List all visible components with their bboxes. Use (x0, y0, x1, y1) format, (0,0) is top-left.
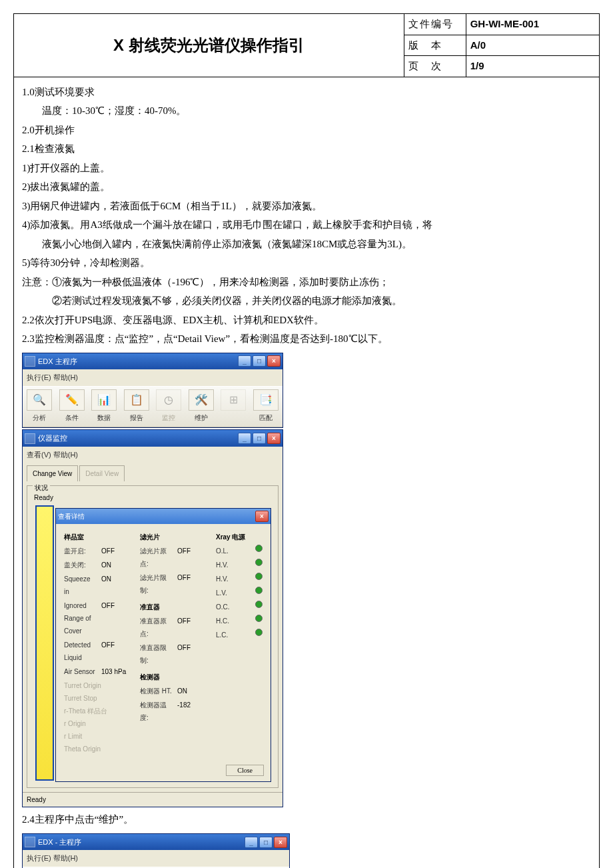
titlebar[interactable]: 仪器监控 _□× (23, 430, 283, 447)
led-icon (255, 615, 263, 622)
step-1: 1)打开仪器的上盖。 (22, 159, 591, 178)
maximize-button[interactable]: □ (253, 355, 266, 367)
close-button[interactable]: × (274, 837, 287, 848)
doc-body: 1.0测试环境要求 温度：10-30℃；湿度：40-70%。 2.0开机操作 2… (13, 77, 600, 869)
app-icon (25, 356, 35, 367)
monitor-panel: 状况 Ready 查看详情 × 样品室 盖开启:OFF 盖关闭:ON Squee… (23, 481, 283, 792)
tb-maintain[interactable]: 🛠️维护 (187, 389, 216, 424)
ready-label: Ready (34, 491, 271, 504)
tb-blank[interactable]: ⊞ (219, 389, 248, 424)
titlebar[interactable]: EDX 主程序 _□× (23, 353, 283, 370)
close-button[interactable]: Close (226, 765, 264, 776)
step-2: 2)拔出液氮罐的盖。 (22, 177, 591, 197)
led-icon (255, 601, 263, 608)
led-icon (255, 559, 263, 566)
led-icon (255, 573, 263, 580)
meta-docno-k: 文件编号 (404, 14, 466, 35)
window-monitor: 仪器监控 _□× 查看(V) 帮助(H) Change ViewDetail V… (22, 429, 283, 807)
maximize-button[interactable]: □ (253, 433, 266, 444)
step-5: 5)等待30分钟，冷却检测器。 (22, 253, 591, 273)
tab-strip: Change ViewDetail View (23, 463, 283, 481)
led-icon (255, 545, 263, 552)
meta-page-k: 页 次 (404, 56, 466, 77)
step-3: 3)用钢尺伸进罐内，若液面低于6CM（相当于1L），就要添加液氮。 (22, 197, 591, 216)
step-4b: 液氮小心地倒入罐内，在液氮快满前停止添加液氮（液氮罐深18CM或总容量为3L)。 (22, 235, 591, 254)
minimize-button[interactable]: _ (238, 433, 251, 444)
led-icon (255, 629, 263, 636)
meta-docno-v: GH-WI-ME-001 (466, 14, 599, 35)
dialog-titlebar[interactable]: 查看详情 × (56, 509, 271, 524)
section-1-text: 温度：10-30℃；湿度：40-70%。 (22, 101, 591, 121)
minimize-button[interactable]: _ (245, 837, 258, 848)
section-1: 1.0测试环境要求 (22, 83, 591, 102)
col-filter: 滤光片 滤光片原点:OFF 滤光片限制:OFF 准直器 准直器原点:OFF 准直… (140, 531, 204, 755)
window-title: EDX 主程序 (38, 355, 238, 369)
step-4a: 4)添加液氮。用A3纸做成一个漏斗放在罐口，或用毛巾围在罐口，戴上橡胶手套和护目… (22, 215, 591, 235)
tab-detail-view[interactable]: Detail View (79, 465, 125, 481)
app-icon (25, 837, 35, 847)
tb-monitor[interactable]: ◷监控 (155, 389, 183, 424)
group-title: 状况 (33, 481, 50, 494)
col-sample: 样品室 盖开启:OFF 盖关闭:ON Squeeze inON Ignored … (64, 531, 128, 755)
note-1: 注意：①液氮为一种极低温液体（-196℃），用来冷却检测器，添加时要防止冻伤； (22, 273, 591, 292)
tb-match[interactable]: 📑匹配 (252, 389, 281, 424)
meta-ver-v: A/0 (466, 35, 599, 56)
tb-report[interactable]: 📋报告 (123, 389, 151, 424)
app-icon (25, 433, 35, 444)
doc-title: X 射线荧光光谱仪操作指引 (14, 14, 404, 77)
window-edx-main: EDX 主程序 _□× 执行(E) 帮助(H) 🔍分析 ✏️条件 📊数据 📋报告… (22, 353, 283, 429)
close-button[interactable]: × (267, 355, 281, 367)
col-h: 样品室 (64, 531, 128, 543)
menu-bar[interactable]: 查看(V) 帮助(H) (23, 447, 283, 463)
toolbar: 🔍分析 ✏️条件 📊数据 📋报告 ◷监控 🛠️维护 ⊞ 📑匹配 (23, 386, 283, 427)
tab-change-view[interactable]: Change View (27, 465, 78, 481)
doc-meta: 文件编号GH-WI-ME-001 版 本A/0 页 次1/9 (404, 14, 599, 77)
note-2: ②若测试过程发现液氮不够，必须关闭仪器，并关闭仪器的电源才能添加液氮。 (22, 291, 591, 311)
sample-graphic (35, 505, 54, 781)
section-2-4: 2.4主程序中点击“维护”。 (22, 810, 591, 829)
section-2-2: 2.2依次打开UPS电源、变压器电源、EDX主机、计算机和EDX软件。 (22, 311, 591, 330)
minimize-button[interactable]: _ (238, 355, 251, 367)
tb-analyze[interactable]: 🔍分析 (25, 389, 54, 424)
section-2-1: 2.1检查液氮 (22, 139, 591, 159)
dialog-title: 查看详情 (58, 510, 255, 523)
window-edx-main-2: EDX - 主程序 _□× 执行(E) 帮助(H) 🔍分析 ✏️条件 📊数据 📋… (22, 833, 290, 868)
window-title: 仪器监控 (38, 431, 238, 445)
tb-condition[interactable]: ✏️条件 (58, 389, 87, 424)
meta-ver-k: 版 本 (404, 35, 466, 56)
col-xray: Xray 电源 O.L. H.V. H.V. L.V. O.C. H.C. L.… (216, 531, 263, 755)
meta-page-v: 1/9 (466, 56, 599, 77)
maximize-button[interactable]: □ (259, 837, 273, 848)
menu-bar[interactable]: 执行(E) 帮助(H) (23, 369, 283, 386)
titlebar[interactable]: EDX - 主程序 _□× (23, 834, 289, 851)
close-button[interactable]: × (267, 433, 281, 444)
tb-data[interactable]: 📊数据 (90, 389, 119, 424)
dialog-close-button[interactable]: × (255, 511, 269, 522)
status-group: 状况 Ready 查看详情 × 样品室 盖开启:OFF 盖关闭:ON Squee… (27, 485, 279, 788)
status-bar: Ready (23, 792, 283, 807)
section-2: 2.0开机操作 (22, 121, 591, 140)
menu-bar[interactable]: 执行(E) 帮助(H) (23, 850, 289, 867)
window-title: EDX - 主程序 (38, 835, 245, 849)
led-icon (255, 587, 263, 594)
dialog-detail: 查看详情 × 样品室 盖开启:OFF 盖关闭:ON Squeeze inON I… (55, 508, 271, 782)
section-2-3: 2.3监控检测器温度：点“监控”，点“Detail View”，看检测温度是否达… (22, 329, 591, 349)
doc-header: X 射线荧光光谱仪操作指引 文件编号GH-WI-ME-001 版 本A/0 页 … (13, 13, 600, 77)
